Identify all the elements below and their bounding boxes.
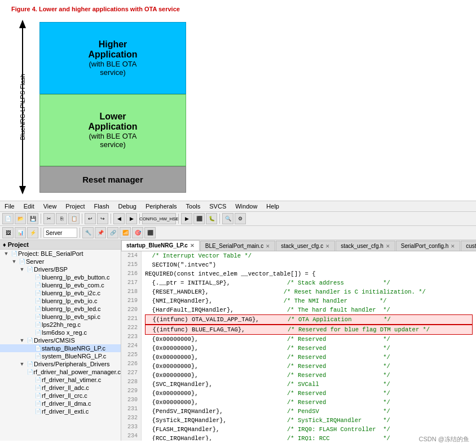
tab-close-icon[interactable]: ✕: [386, 243, 390, 249]
sidebar-tree-item[interactable]: 📄bluenrg_lp_evb_io.c: [0, 297, 121, 305]
menu-tools[interactable]: Tools: [184, 202, 202, 210]
tb-save[interactable]: 💾: [27, 213, 38, 224]
menu-flash[interactable]: Flash: [92, 202, 111, 210]
editor-tab[interactable]: custo...✕: [461, 241, 476, 251]
tb2-btn8[interactable]: 🎯: [132, 227, 143, 238]
tb2-btn3[interactable]: ⚡: [27, 227, 38, 238]
sidebar-title: ♦: [3, 241, 6, 248]
tb-cut[interactable]: ✂: [43, 213, 55, 224]
editor-tab[interactable]: BLE_SerialPort_main.c✕: [200, 241, 275, 251]
menu-window[interactable]: Window: [233, 202, 259, 210]
sidebar-tree-item[interactable]: ▼📄Drivers/Peripherals_Drivers: [0, 360, 121, 368]
sidebar-tree-item[interactable]: 📄lps22hh_reg.c: [0, 321, 121, 329]
tb-debug2[interactable]: 🐛: [206, 213, 217, 224]
tb2-btn5[interactable]: 📌: [95, 227, 106, 238]
lower-title: Lower: [46, 112, 180, 122]
tb2-btn4[interactable]: 🔧: [82, 227, 94, 238]
sidebar-tree-item[interactable]: 📄rf_driver_hal_power_manager.c: [0, 368, 121, 376]
menu-peripherals[interactable]: Peripherals: [144, 202, 179, 210]
sidebar-tree-item[interactable]: ▼📄Server: [0, 258, 121, 265]
tb-open[interactable]: 📂: [15, 213, 26, 224]
tree-file-icon: 📄: [34, 306, 42, 312]
code-content: /* Interrupt Vector Table */ SECTION(".i…: [142, 251, 476, 441]
tb-build[interactable]: CONFIG_HW_HSE: [142, 213, 176, 224]
lower-application-block: Lower Application (with BLE OTA service): [39, 94, 186, 166]
sidebar-tree-item[interactable]: ▼📄Project: BLE_SerialPort: [0, 250, 121, 258]
figure-caption-bold: Figure 4.: [11, 6, 37, 12]
sidebar-tree-item[interactable]: 📄bluenrg_lp_evb_i2c.c: [0, 289, 121, 297]
menu-file[interactable]: File: [3, 202, 16, 210]
svg-marker-2: [19, 186, 26, 194]
sidebar-tree-item[interactable]: 📄lsm6dso x_reg.c: [0, 329, 121, 336]
tb-run[interactable]: ▶: [181, 213, 192, 224]
toolbar2: 🖼 📊 ⚡ 🔧 📌 🔗 📶 🎯 ⬛: [0, 226, 476, 240]
tb-copy[interactable]: ⎘: [56, 213, 67, 224]
tb2-btn2[interactable]: 📊: [15, 227, 26, 238]
line-number: 233: [125, 423, 138, 432]
watermark: CSDN @冻结的鱼: [419, 435, 469, 443]
menu-debug[interactable]: Debug: [117, 202, 138, 210]
sidebar-tree-item[interactable]: 📄bluenrg_lp_evb_led.c: [0, 305, 121, 313]
tb2-btn9[interactable]: ⬛: [144, 227, 156, 238]
code-editor[interactable]: 2142152162172182192202212222232242252262…: [121, 251, 476, 441]
menu-project[interactable]: Project: [64, 202, 86, 210]
editor-tab[interactable]: SerialPort_config.h✕: [396, 241, 461, 251]
server-input[interactable]: [43, 228, 77, 238]
tb-sep6: [219, 214, 220, 224]
tree-expand-icon: ▼: [2, 251, 10, 256]
blocks-container: Higher Application (with BLE OTA service…: [39, 22, 186, 193]
tree-item-label: rf_driver_ll_dma.c: [42, 400, 121, 407]
tb-stop[interactable]: ⬛: [193, 213, 205, 224]
sidebar-tree-item[interactable]: ▼📄Drivers/CMSIS: [0, 336, 121, 344]
tree-file-icon: 📄: [26, 361, 34, 367]
tb2-btn7[interactable]: 📶: [120, 227, 131, 238]
tb-search[interactable]: 🔍: [222, 213, 233, 224]
sidebar-tree-item[interactable]: 📄bluenrg_lp_evb_spi.c: [0, 313, 121, 321]
menu-view[interactable]: View: [42, 202, 59, 210]
menu-svcs[interactable]: SVCS: [208, 202, 228, 210]
tree-file-icon: 📄: [34, 409, 42, 414]
menu-help[interactable]: Help: [265, 202, 281, 210]
sidebar-tree-item[interactable]: 📄rf_driver_ll_crc.c: [0, 392, 121, 400]
sidebar-tree-item[interactable]: 📄rf_driver_ll_dma.c: [0, 400, 121, 407]
tree-file-icon: 📄: [34, 345, 42, 351]
tb-back[interactable]: ◀: [113, 213, 125, 224]
tb-paste[interactable]: 📋: [68, 213, 80, 224]
sidebar-tree-item[interactable]: ▼📄Drivers/BSP: [0, 265, 121, 273]
diagram-content: BlueNRG-LP\LPS Flash Higher Application …: [11, 17, 186, 197]
tree-item-label: bluenrg_lp_evb_led.c: [42, 305, 121, 312]
sidebar-tree-item[interactable]: 📄bluenrg_lp_evb_button.c: [0, 273, 121, 281]
tb-new[interactable]: 📄: [2, 213, 14, 224]
sidebar-tree-item[interactable]: 📄rf_driver_ll_adc.c: [0, 384, 121, 392]
tb-undo[interactable]: ↩: [85, 213, 96, 224]
sidebar-tree-item[interactable]: 📄system_BlueNRG_LP.c: [0, 352, 121, 360]
sidebar-tree-item[interactable]: 📄rf_driver_ll_exti.c: [0, 407, 121, 415]
line-number: 224: [125, 341, 138, 351]
sidebar-tree-item[interactable]: 📄startup_BlueNRG_LP.c: [0, 344, 121, 352]
tab-close-icon[interactable]: ✕: [190, 243, 195, 249]
tree-expand-icon: ▼: [18, 361, 26, 367]
code-line: {(intfunc) BLUE_FLAG_TAG}, /* Reserved f…: [145, 325, 473, 335]
editor-tab[interactable]: startup_BlueNRG_LP.c✕: [121, 240, 200, 251]
code-line: {SysTick_IRQHandler}, /* SysTick_IRQHand…: [145, 416, 473, 425]
tree-item-label: Project: BLE_SerialPort: [18, 250, 121, 257]
svg-marker-1: [19, 20, 26, 28]
tb2-btn6[interactable]: 🔗: [107, 227, 118, 238]
tab-close-icon[interactable]: ✕: [451, 243, 455, 249]
tb2-btn1[interactable]: 🖼: [2, 227, 14, 238]
tb-settings[interactable]: ⚙: [235, 213, 246, 224]
sidebar-tree-item[interactable]: 📄rf_driver_hal_vtimer.c: [0, 376, 121, 384]
line-number: 214: [125, 251, 138, 260]
editor-tab[interactable]: stack_user_cfg.c✕: [276, 241, 335, 251]
editor-tab[interactable]: stack_user_cfg.h✕: [336, 241, 395, 251]
tab-close-icon[interactable]: ✕: [266, 243, 270, 249]
tab-close-icon[interactable]: ✕: [325, 243, 330, 249]
code-line: {FLASH_IRQHandler}, /* IRQ0: FLASH Contr…: [145, 425, 473, 434]
tb-redo[interactable]: ↪: [97, 213, 108, 224]
line-number: 218: [125, 287, 138, 296]
sidebar-tree-item[interactable]: 📄bluenrg_lp_evb_com.c: [0, 281, 121, 289]
code-line: {0x00000000}, /* Reserved */: [145, 344, 473, 353]
menu-edit[interactable]: Edit: [22, 202, 36, 210]
tb-fwd[interactable]: ▶: [126, 213, 137, 224]
tree-file-icon: 📄: [34, 385, 42, 391]
